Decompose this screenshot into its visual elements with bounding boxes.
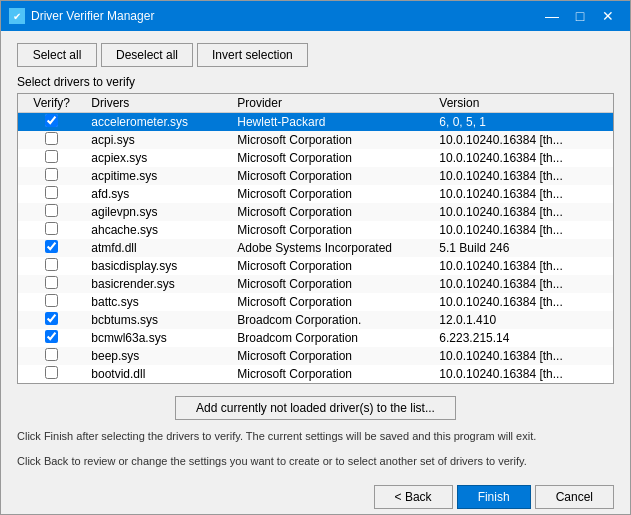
- verify-cell: [18, 347, 85, 365]
- verify-cell: [18, 113, 85, 132]
- select-all-button[interactable]: Select all: [17, 43, 97, 67]
- driver-name-cell: basicdisplay.sys: [85, 257, 231, 275]
- table-row[interactable]: agilevpn.sysMicrosoft Corporation10.0.10…: [18, 203, 613, 221]
- window-icon: ✔: [9, 8, 25, 24]
- verify-checkbox[interactable]: [45, 132, 58, 145]
- driver-name-cell: basicrender.sys: [85, 275, 231, 293]
- provider-cell: Microsoft Corporation: [231, 185, 433, 203]
- table-row[interactable]: atmfd.dllAdobe Systems Incorporated5.1 B…: [18, 239, 613, 257]
- driver-name-cell: bcbtums.sys: [85, 311, 231, 329]
- info-text-2: Click Back to review or change the setti…: [17, 453, 614, 470]
- finish-button[interactable]: Finish: [457, 485, 531, 509]
- verify-checkbox[interactable]: [45, 114, 58, 127]
- title-bar-controls: — □ ✕: [538, 5, 622, 27]
- verify-cell: [18, 365, 85, 383]
- verify-checkbox[interactable]: [45, 240, 58, 253]
- cancel-button[interactable]: Cancel: [535, 485, 614, 509]
- driver-table-container[interactable]: Verify? Drivers Provider Version acceler…: [17, 93, 614, 384]
- title-bar: ✔ Driver Verifier Manager — □ ✕: [1, 1, 630, 31]
- version-cell: 10.0.10240.16384 [th...: [433, 275, 613, 293]
- table-row[interactable]: battc.sysMicrosoft Corporation10.0.10240…: [18, 293, 613, 311]
- provider-cell: Adobe Systems Incorporated: [231, 239, 433, 257]
- table-row[interactable]: acpiex.sysMicrosoft Corporation10.0.1024…: [18, 149, 613, 167]
- provider-cell: Microsoft Corporation: [231, 149, 433, 167]
- driver-name-cell: acpitime.sys: [85, 167, 231, 185]
- provider-cell: Microsoft Corporation: [231, 347, 433, 365]
- verify-cell: [18, 257, 85, 275]
- verify-cell: [18, 275, 85, 293]
- table-row[interactable]: basicrender.sysMicrosoft Corporation10.0…: [18, 275, 613, 293]
- maximize-button[interactable]: □: [566, 5, 594, 27]
- table-row[interactable]: afd.sysMicrosoft Corporation10.0.10240.1…: [18, 185, 613, 203]
- provider-cell: Hewlett-Packard: [231, 113, 433, 132]
- add-button-row: Add currently not loaded driver(s) to th…: [17, 396, 614, 420]
- verify-cell: [18, 329, 85, 347]
- verify-checkbox[interactable]: [45, 204, 58, 217]
- footer: < Back Finish Cancel: [1, 477, 630, 515]
- back-button[interactable]: < Back: [374, 485, 453, 509]
- driver-name-cell: afd.sys: [85, 185, 231, 203]
- driver-name-cell: bcmwl63a.sys: [85, 329, 231, 347]
- version-cell: 10.0.10240.16384 [th...: [433, 131, 613, 149]
- main-content: Select all Deselect all Invert selection…: [1, 31, 630, 477]
- provider-cell: Broadcom Corporation: [231, 329, 433, 347]
- verify-cell: [18, 221, 85, 239]
- table-row[interactable]: acpi.sysMicrosoft Corporation10.0.10240.…: [18, 131, 613, 149]
- provider-cell: Broadcom Corporation.: [231, 311, 433, 329]
- invert-selection-button[interactable]: Invert selection: [197, 43, 308, 67]
- version-cell: 5.1 Build 246: [433, 239, 613, 257]
- verify-cell: [18, 149, 85, 167]
- window-title: Driver Verifier Manager: [31, 9, 538, 23]
- version-cell: 6, 0, 5, 1: [433, 113, 613, 132]
- verify-cell: [18, 311, 85, 329]
- version-cell: 10.0.10240.16384 [th...: [433, 257, 613, 275]
- provider-cell: Microsoft Corporation: [231, 257, 433, 275]
- provider-cell: Microsoft Corporation: [231, 221, 433, 239]
- verify-checkbox[interactable]: [45, 366, 58, 379]
- table-row[interactable]: accelerometer.sysHewlett-Packard6, 0, 5,…: [18, 113, 613, 132]
- close-button[interactable]: ✕: [594, 5, 622, 27]
- verify-checkbox[interactable]: [45, 312, 58, 325]
- table-row[interactable]: bootvid.dllMicrosoft Corporation10.0.102…: [18, 365, 613, 383]
- info-text-1: Click Finish after selecting the drivers…: [17, 428, 614, 445]
- provider-cell: Microsoft Corporation: [231, 275, 433, 293]
- verify-checkbox[interactable]: [45, 222, 58, 235]
- verify-checkbox[interactable]: [45, 258, 58, 271]
- verify-checkbox[interactable]: [45, 294, 58, 307]
- verify-cell: [18, 293, 85, 311]
- table-row[interactable]: basicdisplay.sysMicrosoft Corporation10.…: [18, 257, 613, 275]
- verify-checkbox[interactable]: [45, 348, 58, 361]
- driver-name-cell: ahcache.sys: [85, 221, 231, 239]
- version-cell: 12.0.1.410: [433, 311, 613, 329]
- driver-name-cell: bootvid.dll: [85, 365, 231, 383]
- driver-name-cell: battc.sys: [85, 293, 231, 311]
- col-drivers: Drivers: [85, 94, 231, 113]
- verify-checkbox[interactable]: [45, 168, 58, 181]
- driver-name-cell: acpi.sys: [85, 131, 231, 149]
- action-buttons: Select all Deselect all Invert selection: [17, 43, 614, 67]
- version-cell: 10.0.10240.16384 [th...: [433, 203, 613, 221]
- driver-table: Verify? Drivers Provider Version acceler…: [18, 94, 613, 383]
- provider-cell: Microsoft Corporation: [231, 167, 433, 185]
- version-cell: 6.223.215.14: [433, 329, 613, 347]
- minimize-button[interactable]: —: [538, 5, 566, 27]
- table-row[interactable]: acpitime.sysMicrosoft Corporation10.0.10…: [18, 167, 613, 185]
- table-row[interactable]: ahcache.sysMicrosoft Corporation10.0.102…: [18, 221, 613, 239]
- verify-checkbox[interactable]: [45, 330, 58, 343]
- table-header-row: Verify? Drivers Provider Version: [18, 94, 613, 113]
- add-drivers-button[interactable]: Add currently not loaded driver(s) to th…: [175, 396, 456, 420]
- verify-cell: [18, 167, 85, 185]
- table-row[interactable]: beep.sysMicrosoft Corporation10.0.10240.…: [18, 347, 613, 365]
- table-row[interactable]: bcbtums.sysBroadcom Corporation.12.0.1.4…: [18, 311, 613, 329]
- driver-name-cell: acpiex.sys: [85, 149, 231, 167]
- deselect-all-button[interactable]: Deselect all: [101, 43, 193, 67]
- col-verify: Verify?: [18, 94, 85, 113]
- verify-checkbox[interactable]: [45, 150, 58, 163]
- version-cell: 10.0.10240.16384 [th...: [433, 293, 613, 311]
- table-body: accelerometer.sysHewlett-Packard6, 0, 5,…: [18, 113, 613, 384]
- table-label: Select drivers to verify: [17, 75, 614, 89]
- verify-cell: [18, 203, 85, 221]
- verify-checkbox[interactable]: [45, 276, 58, 289]
- table-row[interactable]: bcmwl63a.sysBroadcom Corporation6.223.21…: [18, 329, 613, 347]
- verify-checkbox[interactable]: [45, 186, 58, 199]
